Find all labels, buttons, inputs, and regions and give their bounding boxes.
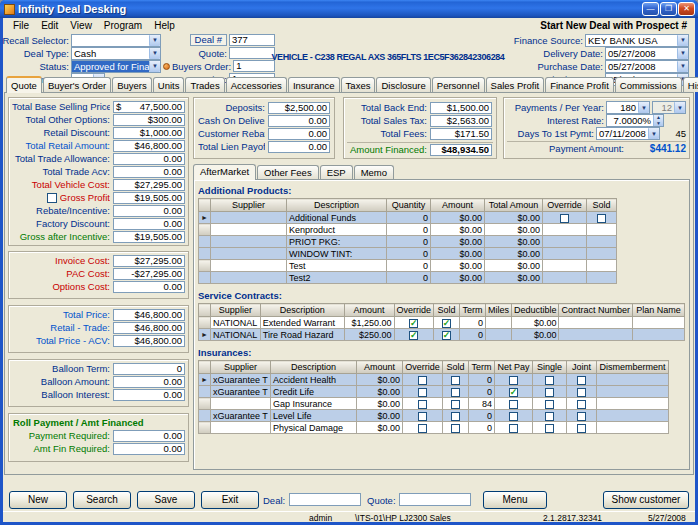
row-selector[interactable] [199,410,211,422]
cell-override[interactable] [543,224,587,236]
spinner-arrows[interactable]: ▲ ▼ [653,115,663,126]
gross-profit-field[interactable]: $19,505.00 [113,192,185,204]
cell-amount[interactable]: $0.00 [357,386,403,398]
cell-term[interactable]: 0 [469,374,495,386]
cell-supplier[interactable] [211,212,287,224]
spin-down-icon[interactable]: ▼ [654,121,663,127]
net-pay-checkbox[interactable] [509,376,518,385]
cell-sold[interactable] [587,236,617,248]
tab-insurance[interactable]: Insurance [288,77,340,92]
single-checkbox[interactable] [545,376,554,385]
cell-supplier[interactable]: NATIONAL [210,317,260,329]
amt-fin-required-field[interactable]: 0.00 [113,443,185,455]
new-button[interactable]: New [9,491,67,509]
row-selector[interactable] [199,272,211,284]
cell-term[interactable]: 0 [459,329,485,341]
cell-single[interactable] [533,422,567,434]
override-checkbox[interactable] [409,319,418,328]
total-retail-amount-field[interactable]: $46,800.00 [113,140,185,152]
cell-plan-name[interactable] [633,329,685,341]
amount-financed-field[interactable]: $48,934.50 [430,144,492,156]
cell-amount[interactable]: $0.00 [357,398,403,410]
cell-joint[interactable] [567,386,597,398]
cell-override[interactable] [543,236,587,248]
sold-checkbox[interactable] [451,412,460,421]
recall-selector-dropdown[interactable]: ▼ [71,34,161,47]
row-selector[interactable] [199,236,211,248]
total-trade-allowance-field[interactable]: 0.00 [113,153,185,165]
menu-item-file[interactable]: File [7,20,35,31]
cell-supplier[interactable]: NATIONAL [210,329,260,341]
cell-override[interactable] [403,398,443,410]
cell-contract-number[interactable] [559,329,633,341]
cell-total[interactable]: $0.00 [485,236,543,248]
cell-quantity[interactable]: 0 [387,248,431,260]
dropdown-arrow-icon[interactable]: ▼ [677,35,688,46]
cell-amount[interactable]: $250.00 [344,329,394,341]
cell-description[interactable]: Level Life [271,410,357,422]
cell-supplier[interactable] [211,248,287,260]
payments-dropdown[interactable]: 180 ▼ [606,101,650,114]
total-price-field[interactable]: $46,800.00 [113,309,185,321]
cell-description[interactable]: WINDOW TINT: [287,248,387,260]
cell-net-pay[interactable] [495,422,533,434]
cell-supplier[interactable] [211,272,287,284]
cell-description[interactable]: PRIOT PKG: [287,236,387,248]
cell-amount[interactable]: $0.00 [431,260,485,272]
cell-joint[interactable] [567,398,597,410]
cell-description[interactable]: Accident Health [271,374,357,386]
quote-field[interactable] [399,493,471,506]
cell-quantity[interactable]: 0 [387,260,431,272]
net-pay-checkbox[interactable] [509,388,518,397]
row-selector[interactable] [199,248,211,260]
cell-joint[interactable] [567,410,597,422]
pac-cost-field[interactable]: -$27,295.00 [113,268,185,280]
cell-dismemberment[interactable] [597,386,669,398]
close-icon[interactable]: ✕ [678,2,695,16]
single-checkbox[interactable] [545,424,554,433]
row-selector[interactable] [199,260,211,272]
override-checkbox[interactable] [418,376,427,385]
cell-override[interactable] [403,410,443,422]
cell-plan-name[interactable] [633,317,685,329]
total-fees-field[interactable]: $171.50 [430,128,492,140]
cell-quantity[interactable]: 0 [387,236,431,248]
cell-description[interactable]: Credit Life [271,386,357,398]
cell-sold[interactable] [443,422,469,434]
cell-override[interactable] [543,272,587,284]
dropdown-arrow-icon[interactable]: ▼ [648,128,659,139]
factory-discount-field[interactable]: 0.00 [113,218,185,230]
tab-accessories[interactable]: Accessories [226,77,287,92]
balloon-amount-field[interactable]: 0.00 [113,376,185,388]
sold-checkbox[interactable] [451,376,460,385]
cell-sold[interactable] [587,224,617,236]
net-pay-checkbox[interactable] [509,412,518,421]
invoice-cost-field[interactable]: $27,295.00 [113,255,185,267]
cell-sold[interactable] [587,212,617,224]
single-checkbox[interactable] [545,412,554,421]
cell-supplier[interactable]: xGuarantee T [211,410,271,422]
menu-item-edit[interactable]: Edit [35,20,64,31]
cell-override[interactable] [543,260,587,272]
payment-required-field[interactable]: 0.00 [113,430,185,442]
dropdown-arrow-icon[interactable]: ▼ [149,35,160,46]
tab-buyers[interactable]: Buyers [112,77,152,92]
maximize-icon[interactable]: ❐ [660,2,677,16]
cell-amount[interactable]: $1,250.00 [344,317,394,329]
cell-quantity[interactable]: 0 [387,224,431,236]
cell-supplier[interactable] [211,236,287,248]
dropdown-arrow-icon[interactable]: ▼ [677,48,688,59]
cell-sold[interactable] [587,260,617,272]
cell-term[interactable]: 0 [469,386,495,398]
subtab-other-fees[interactable]: Other Fees [257,165,319,179]
tab-sales-profit[interactable]: Sales Profit [486,77,545,92]
minimize-icon[interactable]: — [642,2,659,16]
cell-amount[interactable]: $0.00 [431,272,485,284]
cell-contract-number[interactable] [559,317,633,329]
row-selector[interactable] [199,398,211,410]
tab-units[interactable]: Units [153,77,185,92]
cell-amount[interactable]: $0.00 [431,248,485,260]
cell-net-pay[interactable] [495,410,533,422]
cell-description[interactable]: Gap Insurance [271,398,357,410]
menu-item-help[interactable]: Help [148,20,181,31]
